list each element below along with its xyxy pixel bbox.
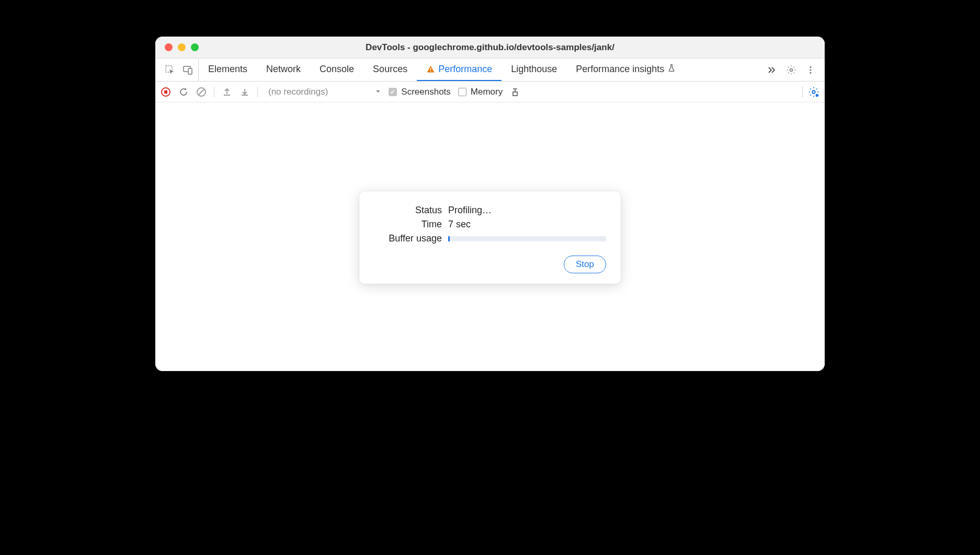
- tab-label: Network: [266, 64, 301, 75]
- svg-line-12: [199, 89, 204, 95]
- status-label: Status: [374, 205, 442, 216]
- tab-label: Sources: [373, 64, 407, 75]
- toolbar-right: [802, 86, 819, 98]
- inspect-element-icon[interactable]: [165, 65, 175, 75]
- time-label: Time: [374, 219, 442, 230]
- download-icon[interactable]: [240, 87, 250, 97]
- titlebar: DevTools - googlechrome.github.io/devtoo…: [155, 37, 825, 59]
- modal-grid: Status Profiling… Time 7 sec Buffer usag…: [374, 205, 606, 244]
- profiling-modal: Status Profiling… Time 7 sec Buffer usag…: [359, 191, 621, 284]
- tab-label: Performance insights: [576, 64, 664, 75]
- tab-label: Elements: [208, 64, 247, 75]
- memory-label: Memory: [471, 87, 503, 97]
- buffer-progress-fill: [448, 236, 450, 241]
- chevron-down-icon: [375, 87, 381, 97]
- warning-icon: [426, 65, 435, 74]
- memory-checkbox-group[interactable]: Memory: [458, 87, 503, 97]
- tab-label: Performance: [438, 64, 492, 75]
- devtools-window: DevTools - googlechrome.github.io/devtoo…: [155, 37, 825, 371]
- device-toolbar-icon[interactable]: [183, 65, 193, 75]
- svg-rect-3: [430, 68, 431, 70]
- minimize-window-button[interactable]: [178, 43, 186, 51]
- capture-settings-gear-icon[interactable]: [808, 86, 819, 98]
- svg-point-8: [810, 72, 811, 73]
- tab-lighthouse[interactable]: Lighthouse: [502, 59, 566, 81]
- tab-elements[interactable]: Elements: [199, 59, 257, 81]
- buffer-progress-bar: [448, 236, 606, 241]
- tab-console[interactable]: Console: [310, 59, 363, 81]
- tab-network[interactable]: Network: [257, 59, 310, 81]
- time-value: 7 sec: [448, 219, 606, 230]
- svg-point-15: [816, 94, 819, 97]
- svg-rect-4: [430, 71, 431, 72]
- svg-point-7: [810, 69, 811, 71]
- flask-icon: [667, 64, 676, 75]
- status-value: Profiling…: [448, 205, 606, 216]
- tab-label: Console: [320, 64, 354, 75]
- memory-checkbox[interactable]: [458, 88, 466, 96]
- tabbar-left-icons: [159, 59, 199, 81]
- screenshots-checkbox[interactable]: [389, 88, 397, 96]
- performance-toolbar: (no recordings) Screenshots Memory: [155, 82, 825, 102]
- traffic-lights: [155, 43, 199, 51]
- more-tabs-icon[interactable]: [766, 65, 777, 75]
- svg-point-5: [790, 68, 793, 71]
- kebab-menu-icon[interactable]: [806, 65, 815, 75]
- panel-tabbar: Elements Network Console Sources Perform…: [155, 59, 825, 82]
- window-title: DevTools - googlechrome.github.io/devtoo…: [155, 42, 825, 53]
- tab-performance-insights[interactable]: Performance insights: [566, 59, 685, 81]
- garbage-collect-icon[interactable]: [510, 87, 520, 97]
- tab-label: Lighthouse: [511, 64, 557, 75]
- performance-panel-content: Status Profiling… Time 7 sec Buffer usag…: [155, 102, 825, 371]
- buffer-usage-label: Buffer usage: [374, 233, 442, 244]
- svg-point-14: [812, 90, 815, 94]
- tabbar-right-icons: [766, 65, 821, 75]
- stop-button[interactable]: Stop: [564, 256, 606, 273]
- svg-rect-2: [188, 68, 192, 74]
- tab-sources[interactable]: Sources: [363, 59, 417, 81]
- recordings-placeholder: (no recordings): [268, 87, 328, 97]
- screenshots-label: Screenshots: [401, 87, 451, 97]
- tab-performance[interactable]: Performance: [417, 59, 502, 81]
- buffer-usage-value: [448, 236, 606, 241]
- close-window-button[interactable]: [165, 43, 173, 51]
- reload-icon[interactable]: [178, 87, 189, 97]
- panel-tabs: Elements Network Console Sources Perform…: [199, 59, 685, 81]
- svg-rect-10: [164, 90, 167, 94]
- screenshots-checkbox-group[interactable]: Screenshots: [389, 87, 451, 97]
- modal-footer: Stop: [374, 256, 606, 273]
- clear-icon[interactable]: [196, 87, 207, 97]
- recordings-dropdown[interactable]: (no recordings): [265, 87, 381, 97]
- record-stop-button[interactable]: [161, 87, 171, 97]
- maximize-window-button[interactable]: [191, 43, 199, 51]
- divider: [257, 86, 258, 98]
- svg-rect-13: [513, 92, 517, 96]
- divider: [214, 86, 214, 98]
- settings-gear-icon[interactable]: [786, 65, 796, 75]
- divider: [802, 86, 803, 98]
- svg-point-6: [810, 66, 811, 67]
- upload-icon[interactable]: [222, 87, 232, 97]
